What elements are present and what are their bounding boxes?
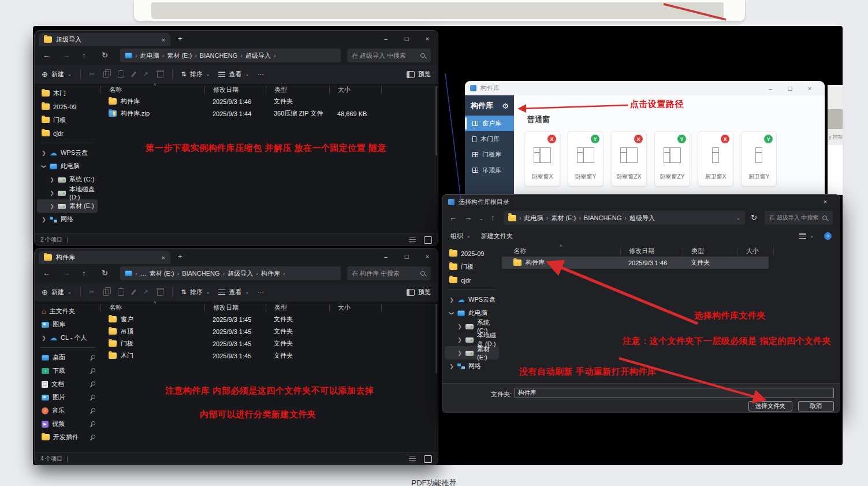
share-button[interactable]: ↗ <box>143 288 148 296</box>
component-card[interactable]: Y 卧室窗ZY <box>654 131 690 187</box>
sidebar-item-drive-e[interactable]: ❯素材 (E:) <box>445 346 499 359</box>
help-icon[interactable]: ? <box>824 232 832 240</box>
breadcrumb-item[interactable]: 超级导入 <box>245 51 271 60</box>
breadcrumb-item[interactable]: BIANCHENG <box>584 214 621 221</box>
sidebar-item-onedrive[interactable]: ❯☁CL - 个人 <box>37 331 98 344</box>
sort-button[interactable]: ⇅排序⌄ <box>181 288 210 296</box>
explorer-tab[interactable]: 超级导入 × <box>39 33 170 46</box>
file-row[interactable]: 木门 2025/9/3 1:45 文件夹 <box>100 350 437 362</box>
file-row-selected[interactable]: 构件库 2025/9/3 1:46 文件夹 <box>502 257 769 269</box>
sidebar-item-home[interactable]: ⌂主文件夹 <box>37 305 98 318</box>
sidebar-item-wps-cloud[interactable]: ❯☁WPS云盘 <box>445 293 499 306</box>
share-button[interactable]: ↗ <box>143 71 148 78</box>
view-button[interactable]: 查看⌄ <box>218 70 249 79</box>
column-date[interactable]: 修改日期 <box>620 247 683 255</box>
sidebar-item-folder[interactable]: cjdr <box>37 127 98 140</box>
sidebar-item-drive-d[interactable]: ❯本地磁盘 (D:) <box>37 186 98 199</box>
close-button[interactable]: × <box>417 248 438 264</box>
sidebar-item-desktop[interactable]: 桌面 <box>37 351 98 364</box>
folder-name-input[interactable] <box>515 388 834 398</box>
minimize-button[interactable]: – <box>761 85 780 92</box>
history-chevron-icon[interactable]: ⌄ <box>479 216 483 221</box>
column-type[interactable]: 类型 <box>266 86 329 94</box>
file-row[interactable]: 构件库 2025/9/3 1:46 文件夹 <box>100 95 437 107</box>
breadcrumb-item[interactable]: … <box>140 270 147 277</box>
sidebar-item-this-pc[interactable]: ❯此电脑 <box>37 159 98 173</box>
sidebar-item-folder[interactable]: 2025-09 <box>37 100 98 113</box>
cut-button[interactable]: ✂ <box>90 288 95 296</box>
new-button[interactable]: ⊕新建⌄ <box>42 288 72 296</box>
breadcrumb-item[interactable]: 超级导入 <box>228 269 253 278</box>
select-folder-button[interactable]: 选择文件夹 <box>748 401 792 411</box>
refresh-icon[interactable]: ↻ <box>102 269 108 277</box>
breadcrumb-item[interactable]: 素材 (E:) <box>551 214 576 222</box>
forward-icon[interactable]: → <box>62 51 70 60</box>
sidebar-item-folder[interactable]: 2025-09 <box>445 247 499 260</box>
breadcrumb-item[interactable]: 构件库 <box>261 269 280 278</box>
sidebar-item-network[interactable]: ❯网络 <box>445 359 499 373</box>
column-size[interactable]: 大小 <box>329 86 381 94</box>
forward-icon[interactable]: → <box>62 269 70 277</box>
column-type[interactable]: 类型 <box>266 303 329 312</box>
view-button[interactable]: 查看⌄ <box>218 288 249 296</box>
menu-item-door-panel-lib[interactable]: 门板库 <box>465 147 514 162</box>
tab-close-icon[interactable]: × <box>162 36 165 43</box>
maximize-button[interactable]: □ <box>396 248 417 264</box>
close-button[interactable]: × <box>817 198 834 205</box>
sidebar-item-documents[interactable]: 文档 <box>37 377 98 391</box>
details-view-icon[interactable] <box>424 236 432 244</box>
sidebar-item-network[interactable]: ❯网络 <box>37 213 98 226</box>
sidebar-item-drive-d[interactable]: ❯本地磁盘 (D:) <box>445 333 499 346</box>
delete-button[interactable] <box>157 288 163 296</box>
column-date[interactable]: 修改日期 <box>204 303 266 312</box>
sidebar-item-drive-c[interactable]: ❯系统 (C:) <box>37 173 98 186</box>
component-card[interactable]: X 卧室窗ZX <box>611 131 647 187</box>
maximize-button[interactable]: □ <box>780 85 800 92</box>
gear-icon[interactable]: ⚙ <box>502 102 509 110</box>
refresh-icon[interactable]: ↻ <box>751 213 757 222</box>
column-name[interactable]: 名称 <box>100 86 204 94</box>
maximize-button[interactable]: □ <box>396 31 417 46</box>
more-button[interactable]: ⋯ <box>258 71 264 78</box>
back-icon[interactable]: ← <box>449 213 457 222</box>
refresh-icon[interactable]: ↻ <box>102 51 108 60</box>
sidebar-item-folder[interactable]: cjdr <box>445 273 499 287</box>
copy-button[interactable] <box>103 71 109 78</box>
details-view-icon[interactable] <box>424 455 432 463</box>
column-type[interactable]: 类型 <box>683 247 737 255</box>
copy-button[interactable] <box>103 289 109 296</box>
delete-button[interactable] <box>157 71 163 78</box>
paste-button[interactable] <box>118 288 124 296</box>
up-icon[interactable]: ↑ <box>491 213 495 222</box>
tab-close-icon[interactable]: × <box>162 254 165 261</box>
component-card[interactable]: X 卧室窗X <box>524 131 560 187</box>
sidebar-item-wps-cloud[interactable]: ❯☁WPS云盘 <box>37 146 98 159</box>
sidebar-item-folder[interactable]: 门板 <box>37 113 98 127</box>
list-view-icon[interactable] <box>409 238 416 243</box>
component-card[interactable]: Y 卧室窗Y <box>568 131 603 187</box>
new-button[interactable]: ⊕新建⌄ <box>42 70 72 79</box>
cut-button[interactable]: ✂ <box>90 71 95 78</box>
sort-button[interactable]: ⇅排序⌄ <box>181 70 210 79</box>
sidebar-item-folder[interactable]: 门板 <box>445 260 499 273</box>
file-row[interactable]: 吊顶 2025/9/3 1:45 文件夹 <box>100 325 437 337</box>
sidebar-item-music[interactable]: ♪音乐 <box>37 404 98 417</box>
sidebar-item-folder[interactable]: 木门 <box>37 87 98 100</box>
close-button[interactable]: × <box>417 31 438 46</box>
back-icon[interactable]: ← <box>43 269 50 277</box>
organize-button[interactable]: 组织⌄ <box>450 232 471 240</box>
breadcrumb-item[interactable]: 此电脑 <box>524 214 543 222</box>
up-icon[interactable]: ↑ <box>82 269 86 277</box>
breadcrumb-item[interactable]: 素材 (E:) <box>167 51 192 60</box>
preview-button[interactable]: 预览 <box>407 288 431 296</box>
column-size[interactable]: 大小 <box>329 303 381 312</box>
menu-item-ceiling-lib[interactable]: 吊顶库 <box>465 162 514 178</box>
breadcrumb[interactable]: › … 素材 (E:) › BIANCHENG › 超级导入 › 构件库 › <box>120 266 341 280</box>
sidebar-item-downloads[interactable]: ↓下载 <box>37 364 98 377</box>
rename-button[interactable] <box>133 71 135 77</box>
file-row[interactable]: 构件库.zip 2025/9/3 1:44 360压缩 ZIP 文件 48,66… <box>100 107 437 120</box>
column-date[interactable]: 修改日期 <box>204 86 266 94</box>
column-size[interactable]: 大小 <box>737 247 773 255</box>
sidebar-item-drive-e[interactable]: ❯素材 (E:) <box>37 199 98 213</box>
chevron-down-icon[interactable]: ⌄ <box>736 216 740 221</box>
